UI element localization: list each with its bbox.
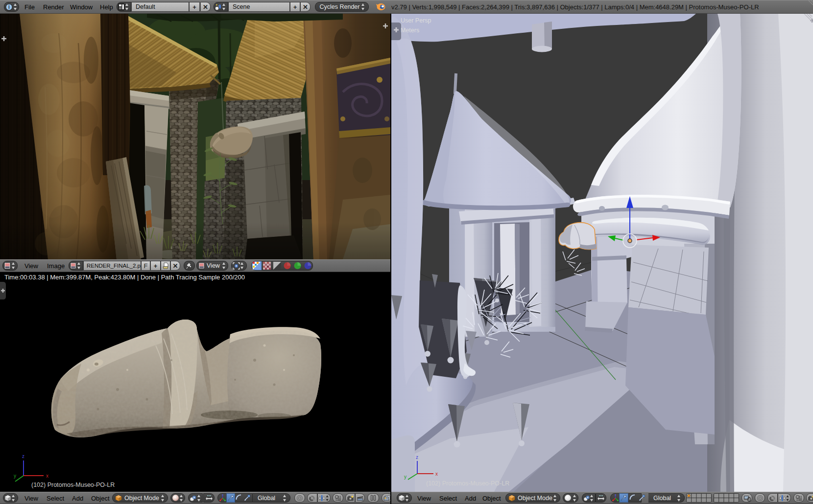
svg-text:z: z: [22, 454, 24, 459]
svg-text:i: i: [8, 4, 10, 10]
svg-text:z: z: [416, 455, 418, 460]
svg-text:y: y: [14, 473, 16, 479]
svg-text:y: y: [404, 474, 406, 480]
svg-text:x: x: [46, 473, 48, 479]
svg-text:x: x: [435, 471, 438, 477]
